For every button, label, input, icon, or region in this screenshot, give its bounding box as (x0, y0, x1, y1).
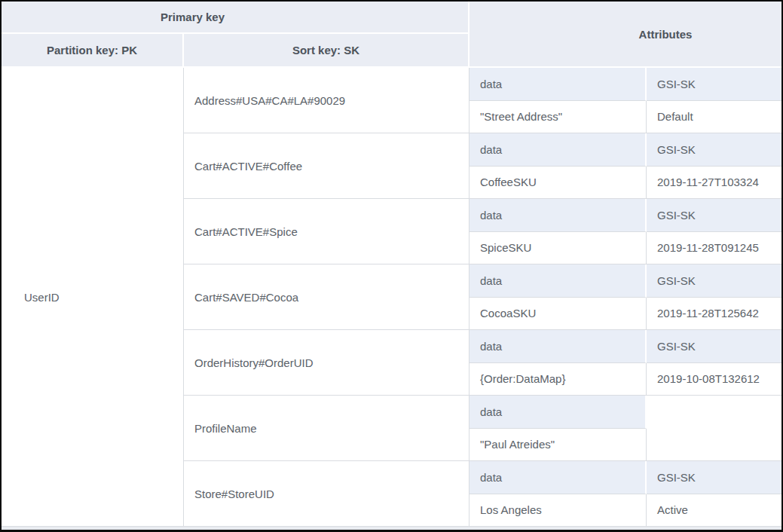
gsi-name-cell: GSI-SK (647, 133, 781, 167)
table-body: UserID Address#USA#CA#LA#90029 data GSI-… (2, 68, 781, 527)
attr-name-cell: data (469, 461, 647, 494)
gsi-name-cell: GSI-SK (647, 264, 781, 298)
attr-name-cell: data (469, 68, 647, 101)
sort-key-cell: ProfileName (184, 396, 469, 461)
gsi-value-cell: 2019-11-28T091245 (647, 232, 781, 265)
attr-value-cell: {Order:DataMap} (469, 363, 647, 396)
gsi-name-cell: GSI-SK (647, 68, 781, 101)
dynamodb-item-table: Primary key Attributes Partition key: PK… (2, 2, 781, 527)
sort-key-cell: Store#StoreUID (184, 461, 469, 527)
attr-value-cell: "Paul Atreides" (469, 429, 647, 462)
sort-key-cell: Address#USA#CA#LA#90029 (184, 68, 469, 133)
gsi-name-cell: GSI-SK (647, 461, 781, 494)
sort-key-header: Sort key: SK (184, 34, 469, 68)
sort-key-cell: Cart#SAVED#Cocoa (184, 264, 469, 330)
attr-value-cell: CoffeeSKU (469, 167, 647, 200)
gsi-value-cell: 2019-11-28T125642 (647, 298, 781, 331)
attr-name-cell: data (469, 330, 647, 363)
gsi-name-cell: GSI-SK (647, 330, 781, 363)
gsi-value-cell: 2019-11-27T103324 (647, 167, 781, 200)
attributes-header: Attributes (469, 2, 781, 68)
gsi-value-cell: 2019-10-08T132612 (647, 363, 781, 396)
gsi-value-cell: Default (647, 101, 781, 134)
table-header: Primary key Attributes Partition key: PK… (2, 2, 781, 68)
header-row-groups: Primary key Attributes (2, 2, 781, 34)
gsi-value-cell: Active (647, 494, 781, 527)
item-row: UserID Address#USA#CA#LA#90029 data GSI-… (2, 68, 781, 101)
attr-name-cell: data (469, 133, 647, 167)
figure-frame: { "chart_data": { "type": "table", "titl… (0, 0, 783, 532)
attr-name-cell: data (469, 199, 647, 232)
gsi-name-cell: GSI-SK (647, 199, 781, 232)
attr-value-cell: SpiceSKU (469, 232, 647, 265)
sort-key-cell: Cart#ACTIVE#Coffee (184, 133, 469, 199)
attr-value-cell: CocoaSKU (469, 298, 647, 331)
partition-key-header: Partition key: PK (2, 34, 184, 68)
attr-name-cell: data (469, 396, 647, 429)
primary-key-header: Primary key (2, 2, 469, 34)
sort-key-cell: OrderHistory#OrderUID (184, 330, 469, 396)
sort-key-cell: Cart#ACTIVE#Spice (184, 199, 469, 264)
gsi-empty-cell (647, 396, 781, 461)
attr-value-cell: "Street Address" (469, 101, 647, 134)
attr-name-cell: data (469, 264, 647, 298)
partition-key-cell: UserID (2, 68, 184, 527)
attr-value-cell: Los Angeles (469, 494, 647, 527)
